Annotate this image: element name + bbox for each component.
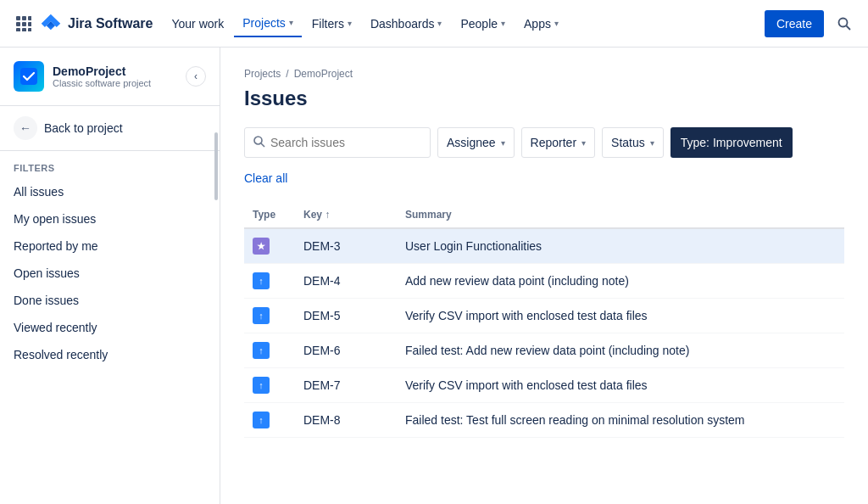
logo-text: Jira Software (68, 16, 153, 31)
task-icon: ↑ (253, 307, 270, 324)
col-summary-header: Summary (397, 202, 844, 228)
breadcrumb-current: DemoProject (294, 68, 353, 80)
assignee-filter[interactable]: Assignee ▾ (437, 127, 515, 158)
project-info: DemoProject Classic software project (53, 64, 177, 88)
search-icon (253, 136, 265, 150)
svg-point-12 (254, 137, 262, 144)
svg-rect-3 (16, 22, 20, 26)
sidebar-item-done-issues[interactable]: Done issues (0, 287, 220, 314)
projects-chevron-icon: ▾ (289, 18, 293, 27)
nav-filters[interactable]: Filters ▾ (303, 10, 360, 37)
cell-key-3: DEM-6 (295, 333, 397, 368)
back-to-project[interactable]: ← Back to project (0, 106, 220, 151)
col-key-header[interactable]: Key ↑ (295, 202, 397, 228)
table-row[interactable]: ↑ DEM-5 Verify CSV import with enclosed … (244, 299, 844, 333)
cell-summary-5[interactable]: Failed test: Test full screen reading on… (397, 403, 844, 438)
cell-type-5: ↑ (244, 403, 295, 438)
cell-key-0: DEM-3 (295, 228, 397, 264)
svg-rect-7 (22, 28, 26, 31)
sidebar-item-my-open-issues[interactable]: My open issues (0, 205, 220, 232)
status-filter[interactable]: Status ▾ (602, 127, 664, 158)
table-row[interactable]: ↑ DEM-7 Verify CSV import with enclosed … (244, 368, 844, 403)
nav-items: Your work Projects ▾ Filters ▾ Dashboard… (163, 10, 760, 37)
cell-type-3: ↑ (244, 333, 295, 368)
table-row[interactable]: ★ DEM-3 User Login Functionalities (244, 228, 844, 264)
nav-dashboards[interactable]: Dashboards ▾ (362, 10, 451, 37)
cell-type-4: ↑ (244, 368, 295, 403)
task-icon: ↑ (253, 377, 270, 394)
top-navigation: Jira Software Your work Projects ▾ Filte… (0, 0, 868, 48)
cell-type-2: ↑ (244, 299, 295, 333)
sidebar-item-all-issues[interactable]: All issues (0, 178, 220, 205)
issues-table: Type Key ↑ Summary ★ DEM-3 Us (244, 202, 844, 438)
project-type: Classic software project (53, 78, 177, 88)
svg-line-13 (261, 143, 264, 147)
grid-icon[interactable] (10, 10, 37, 37)
search-input[interactable] (270, 136, 389, 149)
nav-people[interactable]: People ▾ (452, 10, 514, 37)
cell-summary-4[interactable]: Verify CSV import with enclosed test dat… (397, 368, 844, 403)
sidebar-project-header: DemoProject Classic software project ‹ (0, 48, 220, 106)
sidebar-item-viewed-recently[interactable]: Viewed recently (0, 314, 220, 341)
svg-rect-6 (16, 28, 20, 31)
type-filter-button[interactable]: Type: Improvement (670, 127, 793, 158)
svg-point-9 (839, 18, 848, 26)
svg-rect-0 (16, 16, 20, 20)
cell-summary-0[interactable]: User Login Functionalities (397, 228, 844, 264)
clear-all-button[interactable]: Clear all (244, 168, 287, 188)
reporter-filter[interactable]: Reporter ▾ (521, 127, 595, 158)
filters-label: Filters (0, 151, 220, 178)
create-button[interactable]: Create (765, 10, 824, 37)
cell-key-2: DEM-5 (295, 299, 397, 333)
task-icon: ↑ (253, 272, 270, 289)
svg-rect-1 (22, 16, 26, 20)
dashboards-chevron-icon: ▾ (437, 19, 442, 28)
cell-type-1: ↑ (244, 264, 295, 299)
filters-bar: Assignee ▾ Reporter ▾ Status ▾ Type: Imp… (244, 127, 844, 158)
improvement-icon: ★ (253, 238, 270, 255)
sidebar-scrollbar[interactable] (214, 132, 218, 200)
task-icon: ↑ (253, 412, 270, 428)
assignee-chevron-icon: ▾ (501, 138, 505, 148)
table-row[interactable]: ↑ DEM-8 Failed test: Test full screen re… (244, 403, 844, 438)
project-name: DemoProject (53, 64, 177, 78)
sidebar-item-open-issues[interactable]: Open issues (0, 260, 220, 287)
sidebar-item-reported-by-me[interactable]: Reported by me (0, 232, 220, 260)
nav-your-work[interactable]: Your work (163, 10, 232, 37)
breadcrumb: Projects / DemoProject (244, 68, 844, 80)
table-header-row: Type Key ↑ Summary (244, 202, 844, 228)
table-row[interactable]: ↑ DEM-6 Failed test: Add new review data… (244, 333, 844, 368)
cell-summary-1[interactable]: Add new review data point (including not… (397, 264, 844, 299)
cell-key-4: DEM-7 (295, 368, 397, 403)
sidebar: DemoProject Classic software project ‹ ←… (0, 48, 220, 504)
nav-apps[interactable]: Apps ▾ (515, 10, 567, 37)
nav-projects[interactable]: Projects ▾ (234, 10, 302, 37)
reporter-chevron-icon: ▾ (581, 138, 586, 148)
search-button[interactable] (831, 10, 858, 37)
breadcrumb-projects[interactable]: Projects (244, 68, 281, 80)
main-layout: DemoProject Classic software project ‹ ←… (0, 48, 868, 504)
filters-chevron-icon: ▾ (348, 19, 352, 28)
main-content: Projects / DemoProject Issues Assignee ▾… (220, 48, 868, 504)
svg-rect-2 (28, 16, 31, 20)
sidebar-collapse-button[interactable]: ‹ (186, 66, 206, 87)
sidebar-item-resolved-recently[interactable]: Resolved recently (0, 341, 220, 368)
cell-key-1: DEM-4 (295, 264, 397, 299)
cell-summary-3[interactable]: Failed test: Add new review data point (… (397, 333, 844, 368)
people-chevron-icon: ▾ (501, 19, 505, 28)
task-icon: ↑ (253, 342, 270, 359)
svg-rect-4 (22, 22, 26, 26)
project-avatar (14, 61, 44, 92)
search-box[interactable] (244, 127, 431, 158)
svg-rect-8 (28, 28, 31, 31)
breadcrumb-separator: / (286, 68, 288, 80)
jira-logo[interactable]: Jira Software (41, 14, 153, 34)
col-type-header: Type (244, 202, 295, 228)
svg-line-10 (847, 25, 851, 30)
cell-summary-2[interactable]: Verify CSV import with enclosed test dat… (397, 299, 844, 333)
table-row[interactable]: ↑ DEM-4 Add new review data point (inclu… (244, 264, 844, 299)
back-arrow-icon: ← (14, 116, 37, 140)
apps-chevron-icon: ▾ (554, 19, 559, 28)
cell-type-0: ★ (244, 228, 295, 264)
cell-key-5: DEM-8 (295, 403, 397, 438)
